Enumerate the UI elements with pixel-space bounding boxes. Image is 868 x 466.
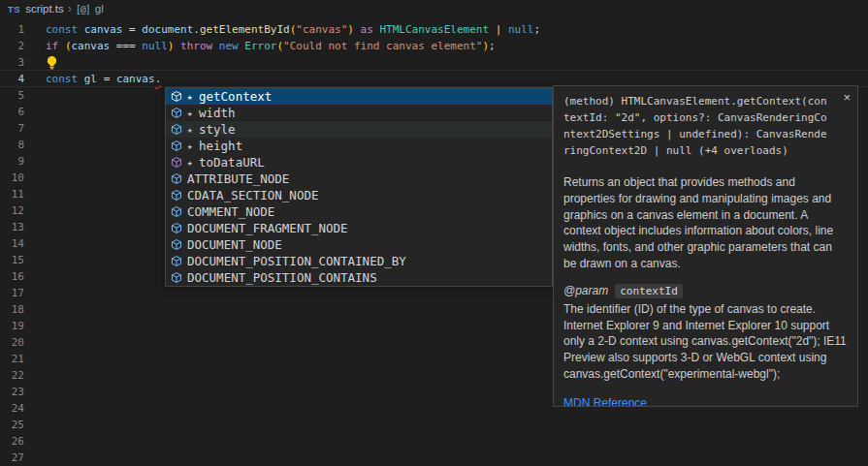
code-token: new xyxy=(219,40,245,52)
line-number: 10 xyxy=(0,170,24,186)
code-line xyxy=(46,54,58,71)
suggestion-item[interactable]: DOCUMENT_POSITION_CONTAINS xyxy=(166,269,552,286)
close-icon[interactable]: × xyxy=(843,91,851,104)
suggestion-item[interactable]: CDATA_SECTION_NODE xyxy=(166,187,552,203)
suggestion-label: CDATA_SECTION_NODE xyxy=(187,188,318,202)
code-token: if xyxy=(46,40,65,52)
code-token: document xyxy=(142,23,193,36)
param-row: @param contextId xyxy=(563,284,848,298)
suggestion-label: toDataURL xyxy=(199,155,265,170)
line-number: 4 xyxy=(0,71,24,87)
code-token: = xyxy=(129,23,142,36)
suggestion-item[interactable]: COMMENT_NODE xyxy=(166,203,552,220)
line-number: 11 xyxy=(0,186,24,202)
line-number: 20 xyxy=(0,334,24,351)
field-icon xyxy=(169,106,183,120)
line-number: 6 xyxy=(0,104,24,120)
breadcrumb-file[interactable]: script.ts xyxy=(25,3,64,15)
line-number: 3 xyxy=(0,54,24,71)
chevron-right-icon: › xyxy=(68,2,72,16)
code-token: as xyxy=(354,23,380,36)
code-token: ; xyxy=(489,40,496,52)
suggestion-item[interactable]: ★toDataURL xyxy=(166,154,552,171)
line-number: 22 xyxy=(0,367,24,384)
suggestion-label: DOCUMENT_POSITION_CONTAINED_BY xyxy=(187,254,406,268)
line-number: 27 xyxy=(0,450,24,466)
suggestion-label: DOCUMENT_POSITION_CONTAINS xyxy=(187,270,377,285)
line-number: 12 xyxy=(0,202,24,219)
code-token: throw xyxy=(174,40,218,52)
field-icon xyxy=(169,188,183,202)
code-token: . xyxy=(155,73,162,85)
line-number: 2 xyxy=(0,38,24,54)
param-tag: @param xyxy=(563,284,608,297)
suggestion-item[interactable]: ★getContext xyxy=(166,88,552,105)
code-token: canvas xyxy=(84,23,129,36)
method-description: Returns an object that provides methods … xyxy=(563,174,848,272)
suggestion-label: ATTRIBUTE_NODE xyxy=(187,171,289,186)
star-icon: ★ xyxy=(187,125,199,135)
line-number: 14 xyxy=(0,235,24,252)
code-token: canvas xyxy=(72,40,116,52)
suggestion-item[interactable]: ★style xyxy=(166,121,552,138)
line-number: 23 xyxy=(0,384,24,400)
code-token: canvas xyxy=(116,73,155,85)
mdn-reference-link[interactable]: MDN Reference xyxy=(563,396,647,407)
line-number: 1 xyxy=(0,21,24,38)
suggestion-label: DOCUMENT_NODE xyxy=(187,237,282,252)
code-token: ( xyxy=(65,40,72,52)
line-number: 19 xyxy=(0,318,24,334)
line-number: 9 xyxy=(0,153,24,170)
code-token: "canvas" xyxy=(296,23,347,36)
code-token: null xyxy=(508,23,534,36)
breadcrumb-symbol[interactable]: gl xyxy=(95,3,104,15)
field-icon xyxy=(169,270,183,285)
breadcrumb: TS script.ts › [@] gl xyxy=(0,0,868,17)
code-token: === xyxy=(116,40,143,52)
line-number: 17 xyxy=(0,285,24,301)
code-token: const xyxy=(46,23,84,36)
field-icon xyxy=(169,122,183,137)
code-line: if (canvas === null) throw new Error("Co… xyxy=(46,38,496,54)
suggestion-label: getContext xyxy=(199,89,272,104)
line-number: 25 xyxy=(0,417,24,433)
field-icon xyxy=(169,139,183,153)
star-icon: ★ xyxy=(187,141,199,151)
suggestion-item[interactable]: DOCUMENT_FRAGMENT_NODE xyxy=(166,220,552,236)
code-token: const xyxy=(46,73,84,85)
code-token: "Could not find canvas element" xyxy=(283,40,482,52)
code-token: = xyxy=(104,73,116,85)
suggestion-label: width xyxy=(199,106,236,120)
line-number: 21 xyxy=(0,351,24,367)
suggestion-item[interactable]: DOCUMENT_NODE xyxy=(166,236,552,253)
suggestion-item[interactable]: ★height xyxy=(166,138,552,154)
code-token: getElementById xyxy=(200,23,290,36)
code-line: const gl = canvas. xyxy=(46,71,161,87)
field-icon xyxy=(169,254,183,268)
line-number: 7 xyxy=(0,120,24,137)
line-number: 18 xyxy=(0,301,24,318)
field-icon xyxy=(169,171,183,186)
star-icon: ★ xyxy=(187,109,199,118)
code-token: null xyxy=(142,40,168,52)
code-token: gl xyxy=(84,73,104,85)
line-number: 26 xyxy=(0,433,24,450)
suggestion-item[interactable]: ★width xyxy=(166,105,552,121)
line-number-gutter: 1234567891011121314151617181920212223242… xyxy=(0,21,24,466)
line-number: 16 xyxy=(0,268,24,285)
method-icon xyxy=(169,155,183,170)
suggestion-item[interactable]: DOCUMENT_POSITION_CONTAINED_BY xyxy=(166,253,552,269)
field-icon xyxy=(169,204,183,219)
suggestion-item[interactable]: ATTRIBUTE_NODE xyxy=(166,171,552,187)
star-icon: ★ xyxy=(187,158,199,168)
lightbulb-icon[interactable] xyxy=(46,55,58,70)
symbol-variable-icon: [@] xyxy=(76,4,90,15)
code-token: ) xyxy=(347,23,354,36)
param-description: The identifier (ID) of the type of canva… xyxy=(563,301,848,383)
field-icon xyxy=(169,237,183,252)
line-number: 15 xyxy=(0,252,24,268)
suggestion-label: style xyxy=(199,122,236,137)
line-number: 24 xyxy=(0,400,24,417)
suggestion-label: DOCUMENT_FRAGMENT_NODE xyxy=(187,221,348,235)
line-number: 5 xyxy=(0,87,24,104)
